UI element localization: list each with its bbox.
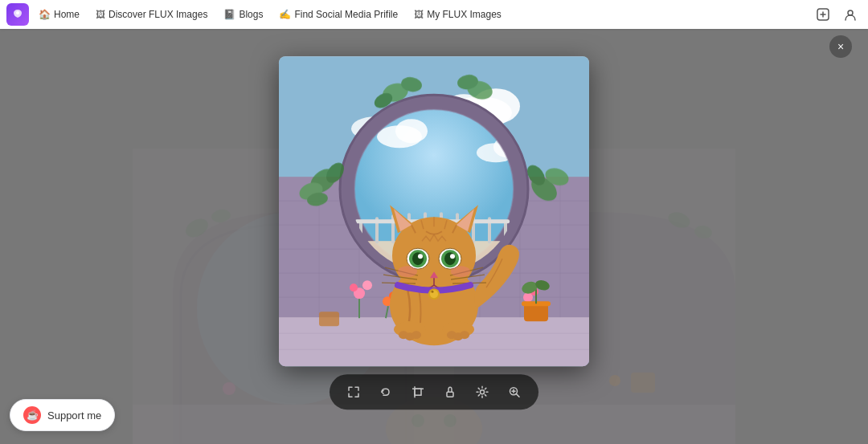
svg-rect-88 (319, 312, 339, 326)
svg-point-105 (412, 252, 424, 265)
navbar: 🏠 Home 🖼 Discover FLUX Images 📓 Blogs ✍️… (0, 0, 868, 29)
svg-point-76 (362, 280, 372, 290)
svg-rect-83 (524, 303, 548, 321)
svg-point-121 (398, 266, 417, 277)
close-button[interactable]: × (829, 35, 852, 58)
resize-button[interactable] (342, 381, 365, 403)
nav-item-social[interactable]: ✍️ Find Social Media Prifile (272, 6, 404, 23)
svg-point-15 (848, 10, 853, 15)
svg-point-110 (450, 254, 455, 259)
nav-item-my-images[interactable]: 🖼 My FLUX Images (407, 6, 508, 23)
svg-rect-126 (415, 389, 421, 395)
social-icon: ✍️ (279, 9, 291, 20)
support-me-button[interactable]: ☕ Support me (10, 399, 115, 431)
svg-point-130 (481, 389, 485, 393)
support-heart-icon: ☕ (23, 406, 41, 424)
settings-button[interactable] (471, 381, 493, 403)
nav-item-home[interactable]: 🏠 Home (32, 6, 86, 23)
lightbox (279, 56, 589, 409)
svg-line-132 (516, 393, 519, 397)
zoom-button[interactable] (503, 381, 526, 403)
svg-point-40 (395, 119, 428, 143)
support-me-label: Support me (47, 409, 101, 422)
app-logo (6, 3, 29, 26)
crop-button[interactable] (407, 381, 429, 403)
svg-point-106 (418, 254, 423, 259)
lightbox-image (279, 56, 589, 366)
undo-button[interactable] (375, 381, 397, 403)
blogs-icon: 📓 (223, 9, 235, 20)
my-images-icon: 🖼 (414, 9, 424, 20)
nav-actions (812, 3, 862, 26)
discover-icon: 🖼 (96, 9, 105, 20)
svg-point-109 (444, 252, 456, 265)
svg-point-97 (460, 331, 469, 339)
profile-button[interactable] (839, 3, 862, 26)
svg-point-124 (430, 290, 438, 298)
nav-item-discover[interactable]: 🖼 Discover FLUX Images (89, 6, 214, 23)
svg-point-75 (350, 283, 358, 291)
home-icon: 🏠 (39, 9, 51, 20)
svg-point-122 (451, 266, 470, 277)
lightbox-toolbar (330, 374, 538, 409)
nav-item-blogs[interactable]: 📓 Blogs (217, 6, 269, 23)
lock-button[interactable] (439, 381, 461, 403)
svg-point-13 (16, 11, 19, 14)
svg-rect-129 (447, 392, 453, 397)
add-button[interactable] (812, 3, 834, 26)
svg-point-125 (432, 290, 434, 292)
svg-point-94 (411, 331, 421, 339)
